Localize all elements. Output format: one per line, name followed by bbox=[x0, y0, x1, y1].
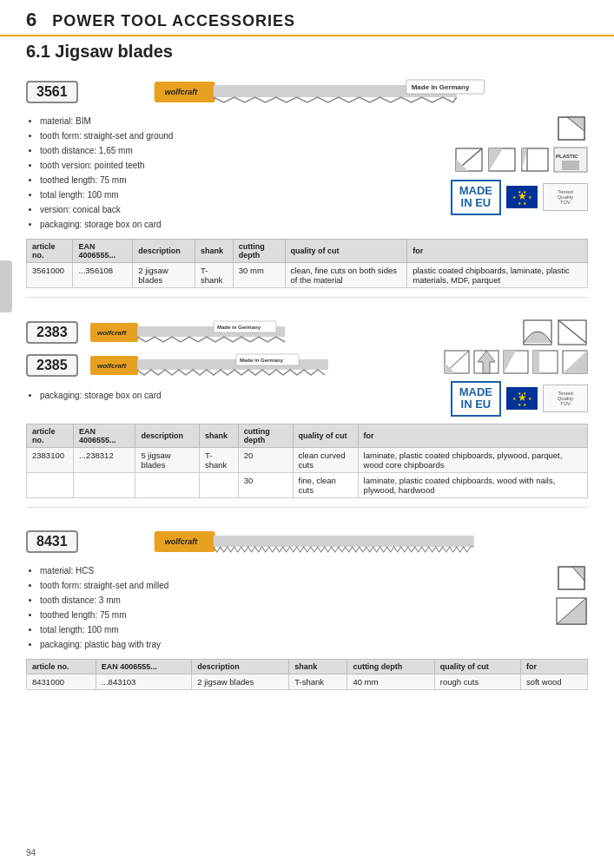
bevel-cut-icon bbox=[562, 350, 588, 374]
cell-for: plastic coated chipboards, laminate, pla… bbox=[407, 263, 588, 288]
cell-for: soft wood bbox=[520, 674, 587, 689]
col-header-article: article no. bbox=[27, 240, 73, 263]
cell-for: laminate, plastic coated chipboards, woo… bbox=[358, 472, 587, 497]
spec-item: material: BIM bbox=[40, 114, 432, 128]
divider-1 bbox=[26, 297, 588, 298]
top-icons-row-8431 bbox=[555, 563, 588, 593]
corner-cut-icon bbox=[555, 114, 588, 143]
made-in-eu-box-3561: MADEIN EU ★ ★ ★ ★ ★ ★ ★ TestedQualityTÜV bbox=[451, 180, 588, 215]
section-title: 6.1 Jigsaw blades bbox=[0, 36, 614, 67]
divider-2 bbox=[26, 507, 588, 508]
svg-marker-47 bbox=[563, 351, 587, 373]
spec-item: tooth form: straight-set and milled bbox=[40, 578, 432, 593]
product-block-2383: 2383 wolfcraft Made in Germany 2385 w bbox=[0, 306, 614, 498]
blade-image-3561: wolfcraft Made in Germany bbox=[85, 76, 588, 108]
cell-desc: 2 jigsaw blades bbox=[192, 674, 289, 689]
spec-item: tooth distance: 3 mm bbox=[40, 593, 432, 608]
specs-list-8431: material: HCS tooth form: straight-set a… bbox=[26, 563, 432, 652]
cell-depth: 30 bbox=[238, 472, 293, 497]
col-header-shank: shank bbox=[289, 659, 347, 674]
angle-cut-icon bbox=[487, 147, 517, 173]
product-table-3561: article no. EAN 4006555... description s… bbox=[26, 239, 588, 288]
cell-desc: 5 jigsaw blades bbox=[135, 447, 200, 472]
product-block-8431: 8431 wolfcraft material: HCS tooth form:… bbox=[0, 516, 614, 690]
blade-row-2385: 2385 wolfcraft Made in Germany bbox=[26, 352, 432, 379]
cell-article bbox=[27, 472, 74, 497]
chapter-title: POWER TOOL ACCESSORIES bbox=[52, 12, 295, 30]
fine2-cut-icon bbox=[532, 350, 558, 374]
cell-quality: clean, fine cuts on both sides of the ma… bbox=[285, 263, 407, 288]
cell-depth: 40 mm bbox=[347, 674, 434, 689]
svg-text:★ ★: ★ ★ bbox=[518, 391, 526, 396]
col-header-desc: description bbox=[135, 424, 200, 447]
svg-text:★ ★: ★ ★ bbox=[518, 402, 526, 407]
blade-image-2383: wolfcraft Made in Germany bbox=[90, 319, 290, 346]
cell-shank bbox=[200, 472, 239, 497]
svg-text:Made in Germany: Made in Germany bbox=[411, 83, 469, 91]
svg-marker-60 bbox=[557, 598, 586, 624]
side-tab bbox=[0, 260, 12, 312]
table-row: 30 fine, clean cuts laminate, plastic co… bbox=[27, 472, 588, 497]
svg-text:PLASTIC: PLASTIC bbox=[556, 154, 578, 159]
diagonal2-cut-icon bbox=[444, 350, 470, 374]
product-id-2383: 2383 bbox=[26, 321, 78, 344]
corner-cut2-icon bbox=[555, 563, 588, 593]
dual-blade-row: 2383 wolfcraft Made in Germany 2385 w bbox=[26, 319, 432, 417]
product-id-2385: 2385 bbox=[26, 354, 78, 377]
cell-depth: 20 bbox=[238, 447, 293, 472]
cell-shank: T-shank bbox=[200, 447, 239, 472]
table-row: 3561000 ...356108 2 jigsaw blades T-shan… bbox=[27, 263, 588, 288]
product-image-row-8431: 8431 wolfcraft bbox=[26, 525, 588, 558]
product-specs-wrapper-3561: material: BIM tooth form: straight-set a… bbox=[26, 114, 588, 232]
mid-icons-row-2383 bbox=[444, 350, 588, 374]
cell-for: laminate, plastic coated chipboards, ply… bbox=[358, 447, 587, 472]
spec-item-shared: packaging: storage box on card bbox=[40, 388, 432, 403]
cell-shank: T-shank bbox=[289, 674, 347, 689]
col-header-for: for bbox=[407, 240, 588, 263]
cell-article: 8431000 bbox=[27, 674, 96, 689]
col-header-for: for bbox=[358, 424, 587, 447]
table-row: 2383100 ...238312 5 jigsaw blades T-shan… bbox=[27, 447, 588, 472]
spec-item: tooth distance: 1,65 mm bbox=[40, 143, 432, 158]
cell-ean bbox=[74, 472, 135, 497]
col-header-quality: quality of cut bbox=[293, 424, 358, 447]
curve-cut-icon bbox=[522, 319, 553, 346]
spec-item: tooth form: straight-set and ground bbox=[40, 128, 432, 143]
spec-item: material: HCS bbox=[40, 563, 432, 578]
top-icons-row bbox=[555, 114, 588, 143]
spec-item: toothed length: 75 mm bbox=[40, 608, 432, 622]
col-header-ean: EAN 4006555... bbox=[96, 659, 192, 674]
product-specs-wrapper-2383: 2383 wolfcraft Made in Germany 2385 w bbox=[26, 319, 588, 417]
blade-image-8431: wolfcraft bbox=[85, 525, 588, 558]
made-in-eu-box-2383: MADEIN EU ★ ★ ★ ★ ★ ★ ★ TestedQualityTÜV bbox=[451, 381, 588, 417]
col-header-shank: shank bbox=[195, 240, 233, 263]
svg-marker-43 bbox=[504, 351, 516, 373]
eu-flag-icon-2383: ★ ★ ★ ★ ★ ★ ★ bbox=[506, 387, 538, 410]
svg-text:Made in Germany: Made in Germany bbox=[240, 358, 284, 363]
col-header-depth: cutting depth bbox=[347, 659, 434, 674]
svg-marker-9 bbox=[456, 159, 468, 171]
fine-cut-icon bbox=[520, 147, 550, 173]
angle2-cut-icon bbox=[503, 350, 529, 374]
page-header: 6 POWER TOOL ACCESSORIES bbox=[0, 0, 614, 36]
col-header-ean: EAN 4006555... bbox=[73, 240, 133, 263]
svg-text:wolfcraft: wolfcraft bbox=[97, 362, 127, 370]
svg-text:★ ★: ★ ★ bbox=[518, 189, 526, 194]
product-id-3561: 3561 bbox=[26, 81, 78, 103]
col-header-desc: description bbox=[192, 659, 289, 674]
cell-shank: T-shank bbox=[195, 263, 233, 288]
blade-row-2383: 2383 wolfcraft Made in Germany bbox=[26, 319, 432, 346]
product-table-8431: article no. EAN 4006555... description s… bbox=[26, 659, 588, 690]
svg-marker-6 bbox=[567, 117, 584, 131]
svg-text:★ ★: ★ ★ bbox=[518, 201, 526, 206]
cell-quality: clean curved cuts bbox=[293, 447, 358, 472]
col-header-depth: cutting depth bbox=[238, 424, 293, 447]
col-header-quality: quality of cut bbox=[434, 659, 520, 674]
spec-item: version: conical back bbox=[40, 202, 432, 217]
col-header-shank: shank bbox=[200, 424, 239, 447]
tuv-badge-2383: TestedQualityTÜV bbox=[543, 385, 588, 412]
cell-desc bbox=[135, 472, 200, 497]
svg-text:Made in Germany: Made in Germany bbox=[217, 325, 261, 330]
cell-desc: 2 jigsaw blades bbox=[133, 263, 195, 288]
chapter-number: 6 bbox=[26, 9, 36, 31]
